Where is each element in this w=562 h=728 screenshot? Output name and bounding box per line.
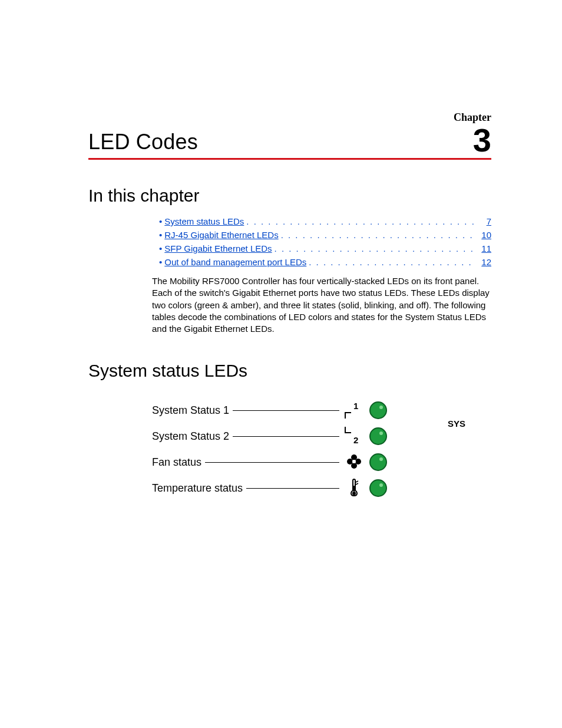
led-row: Temperature status <box>152 476 388 500</box>
led-label: Fan status <box>152 456 201 469</box>
sys-bracket-2-icon: 2 <box>343 426 365 447</box>
toc-link[interactable]: RJ-45 Gigabit Ethernet LEDs <box>164 230 278 240</box>
intro-paragraph: The Mobility RFS7000 Controller has four… <box>152 275 491 335</box>
toc-page-link[interactable]: 12 <box>475 257 491 267</box>
toc-leader-dots <box>306 257 475 267</box>
toc-link[interactable]: System status LEDs <box>164 216 244 226</box>
toc-item: • System status LEDs 7 <box>159 216 491 226</box>
svg-point-2 <box>370 428 386 444</box>
led-indicator-icon <box>369 401 388 420</box>
chapter-header: LED Codes Chapter 3 <box>88 112 491 160</box>
toc-page-link[interactable]: 10 <box>475 230 491 240</box>
bullet-icon: • <box>159 216 162 226</box>
toc-item: • Out of band management port LEDs 12 <box>159 257 491 267</box>
toc-leader-dots <box>279 230 475 240</box>
bullet-icon: • <box>159 230 162 240</box>
svg-point-6 <box>347 459 353 465</box>
svg-point-8 <box>352 460 356 463</box>
chapter-number-box: Chapter 3 <box>454 112 491 157</box>
section-heading-system-status-leds: System status LEDs <box>88 361 491 381</box>
led-label: System Status 1 <box>152 404 229 417</box>
sys-label: SYS <box>448 419 465 429</box>
toc-leader-dots <box>272 243 475 253</box>
svg-point-3 <box>379 431 383 435</box>
led-indicator-icon <box>369 479 388 498</box>
svg-line-13 <box>356 481 358 482</box>
svg-point-16 <box>379 483 383 487</box>
leader-line <box>233 410 339 411</box>
svg-point-7 <box>355 459 361 465</box>
led-row: System Status 1 1 <box>152 398 388 422</box>
svg-point-11 <box>352 492 356 495</box>
led-diagram: System Status 1 1 SYS System Status 2 <box>152 398 491 500</box>
toc-page-link[interactable]: 11 <box>475 243 491 253</box>
toc-page-link[interactable]: 7 <box>475 216 491 226</box>
thermometer-icon <box>343 479 365 498</box>
toc-link[interactable]: SFP Gigabit Ethernet LEDs <box>164 243 272 253</box>
led-label: System Status 2 <box>152 430 229 443</box>
svg-line-14 <box>356 483 358 485</box>
svg-point-0 <box>370 402 386 419</box>
svg-point-15 <box>370 480 386 496</box>
led-row: System Status 2 2 <box>152 424 388 448</box>
toc-leader-dots <box>244 216 475 226</box>
sys-number-2: 2 <box>353 435 358 445</box>
table-of-contents: • System status LEDs 7 • RJ-45 Gigabit E… <box>88 216 491 267</box>
leader-line <box>205 462 339 463</box>
sys-bracket-1-icon: 1 <box>343 400 365 421</box>
led-indicator-icon <box>369 453 388 472</box>
led-indicator-icon <box>369 427 388 446</box>
section-heading-in-this-chapter: In this chapter <box>88 186 491 206</box>
leader-line <box>246 488 339 489</box>
led-label: Temperature status <box>152 482 243 495</box>
toc-link[interactable]: Out of band management port LEDs <box>164 257 306 267</box>
document-page: LED Codes Chapter 3 In this chapter • Sy… <box>0 0 562 728</box>
svg-point-10 <box>379 457 383 461</box>
led-row: Fan status <box>152 450 388 474</box>
sys-number-1: 1 <box>353 401 358 411</box>
toc-item: • RJ-45 Gigabit Ethernet LEDs 10 <box>159 230 491 240</box>
svg-point-9 <box>370 454 386 470</box>
leader-line <box>233 436 339 437</box>
toc-item: • SFP Gigabit Ethernet LEDs 11 <box>159 243 491 253</box>
bullet-icon: • <box>159 243 162 253</box>
fan-icon <box>343 453 365 471</box>
bullet-icon: • <box>159 257 162 267</box>
chapter-header-block: LED Codes Chapter 3 <box>88 112 491 160</box>
svg-point-1 <box>379 406 383 409</box>
chapter-title: LED Codes <box>88 130 198 154</box>
chapter-number: 3 <box>454 124 491 157</box>
